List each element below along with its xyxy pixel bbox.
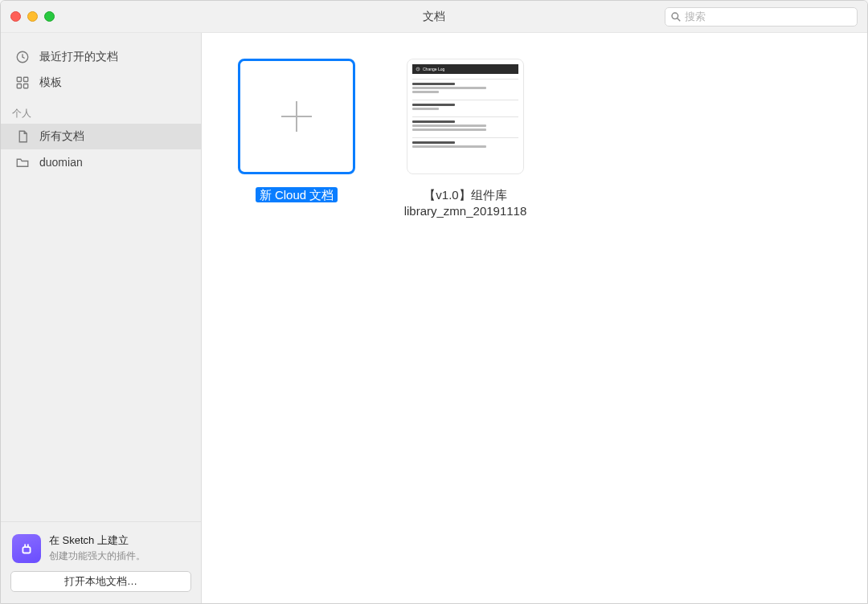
sidebar-item-duomian[interactable]: duomian — [1, 149, 201, 175]
upsell-text: 在 Sketch 上建立 创建功能强大的插件。 — [49, 533, 145, 563]
thumbnail-preview: Change Log — [407, 59, 523, 173]
upsell-title: 在 Sketch 上建立 — [49, 533, 145, 548]
sidebar-item-label: 模板 — [39, 76, 62, 90]
folder-icon — [15, 155, 30, 169]
sidebar-item-label: 所有文档 — [39, 129, 84, 144]
search-icon — [670, 11, 682, 22]
window-title: 文档 — [423, 10, 445, 24]
search-field[interactable] — [665, 7, 858, 27]
document-icon — [15, 129, 30, 144]
plugin-icon — [12, 534, 41, 563]
body: 最近打开的文档 模板 个人 所有文档 — [1, 33, 867, 603]
document-item[interactable]: Change Log — [401, 59, 530, 220]
titlebar: 文档 — [1, 1, 867, 33]
sidebar-list: 最近打开的文档 模板 个人 所有文档 — [1, 33, 201, 521]
new-document-thumbnail[interactable] — [238, 59, 355, 174]
sidebar-item-templates[interactable]: 模板 — [1, 70, 201, 96]
open-local-document-button[interactable]: 打开本地文档… — [10, 571, 191, 592]
sidebar-footer: 在 Sketch 上建立 创建功能强大的插件。 打开本地文档… — [1, 521, 201, 603]
upsell-subtitle: 创建功能强大的插件。 — [49, 549, 145, 563]
documents-grid: 新 Cloud 文档 Change Log — [202, 33, 867, 246]
fullscreen-window-button[interactable] — [44, 11, 55, 22]
sidebar-item-recent[interactable]: 最近打开的文档 — [1, 44, 201, 70]
svg-rect-7 — [23, 547, 30, 553]
grid-icon — [15, 76, 30, 90]
sidebar: 最近打开的文档 模板 个人 所有文档 — [1, 33, 202, 603]
svg-rect-3 — [17, 77, 21, 81]
close-window-button[interactable] — [10, 11, 21, 22]
minimize-window-button[interactable] — [27, 11, 38, 22]
new-cloud-document-item[interactable]: 新 Cloud 文档 — [232, 59, 361, 203]
clock-icon — [15, 50, 30, 64]
sidebar-item-label: 最近打开的文档 — [39, 50, 118, 64]
sidebar-item-label: duomian — [39, 156, 83, 169]
document-thumbnail[interactable]: Change Log — [407, 59, 524, 174]
svg-rect-6 — [24, 84, 28, 88]
svg-line-1 — [678, 18, 681, 21]
document-label: 【v1.0】组件库 library_zmn_20191118 — [404, 187, 527, 220]
window: 文档 最近打开的文档 模板 个人 — [0, 0, 868, 604]
plus-icon — [281, 101, 312, 132]
svg-rect-4 — [24, 77, 28, 81]
sidebar-item-all-documents[interactable]: 所有文档 — [1, 124, 201, 149]
svg-rect-5 — [17, 84, 21, 88]
svg-point-0 — [672, 13, 678, 19]
new-document-label: 新 Cloud 文档 — [256, 187, 338, 203]
sidebar-section-personal: 个人 — [1, 96, 201, 124]
upsell-banner[interactable]: 在 Sketch 上建立 创建功能强大的插件。 — [10, 530, 191, 571]
content-area: 新 Cloud 文档 Change Log — [202, 33, 867, 603]
traffic-lights — [10, 11, 55, 22]
search-input[interactable] — [685, 10, 852, 22]
